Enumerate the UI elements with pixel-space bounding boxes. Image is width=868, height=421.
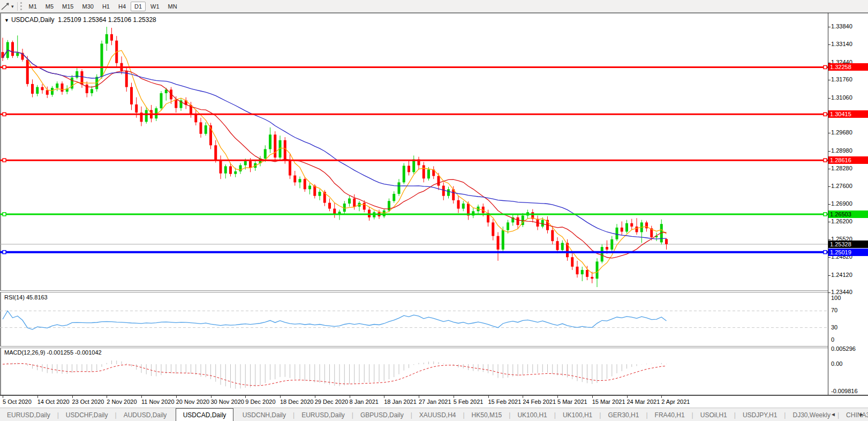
date-tick-label: 5 Mar 2021 [557, 399, 587, 405]
date-tick [211, 396, 212, 398]
timeframe-button-w1[interactable]: W1 [147, 2, 163, 11]
chart-tab-usdcnh-daily[interactable]: USDCNH,Daily [236, 408, 293, 421]
trendline-tool-icon[interactable] [1, 2, 11, 11]
date-tick-label: 14 Oct 2020 [37, 399, 70, 405]
date-tick [315, 396, 315, 398]
price-tick-label: 1.26900 [831, 200, 852, 207]
date-tick [141, 396, 142, 398]
chart-tab-gbpusd-daily[interactable]: GBPUSD,Daily [353, 408, 411, 421]
date-tick [627, 396, 628, 398]
date-tick-label: 18 Jan 2021 [384, 399, 417, 405]
date-tick [454, 396, 454, 398]
date-tick [245, 396, 246, 398]
price-tick [828, 292, 831, 293]
price-tick-label: 1.31760 [831, 76, 852, 82]
chart-tab-usdchf-daily[interactable]: USDCHF,Daily [59, 408, 115, 421]
date-tick [523, 396, 523, 398]
timeframe-button-m1[interactable]: M1 [25, 2, 41, 11]
timeframe-toolbar: ▾ M1M5M15M30H1H4D1W1MN [0, 0, 868, 13]
price-tick-label: 1.29680 [831, 129, 852, 136]
price-tick [828, 151, 831, 152]
timeframe-button-m15[interactable]: M15 [58, 2, 77, 11]
tab-scroll-left-icon[interactable]: ◄ [831, 411, 836, 417]
chart-tab-fra40-h1[interactable]: FRA40,H1 [648, 408, 692, 421]
price-tick [828, 257, 831, 258]
date-tick-label: 5 Feb 2021 [454, 399, 484, 405]
level-price-tag: 1.30415 [828, 110, 868, 118]
tab-scroll-right-icon[interactable]: ► [859, 411, 864, 417]
timeframe-button-d1[interactable]: D1 [131, 2, 146, 11]
date-tick-label: 8 Jan 2021 [350, 399, 379, 405]
date-tick-label: 9 Dec 2020 [245, 399, 275, 405]
date-tick-label: 27 Jan 2021 [419, 399, 451, 405]
date-tick [176, 396, 177, 398]
date-axis[interactable]: 5 Oct 202014 Oct 202023 Oct 20202 Nov 20… [0, 396, 868, 408]
price-tick [828, 186, 831, 187]
date-tick [107, 396, 107, 398]
toolbar-separator [17, 2, 18, 11]
date-tick [72, 396, 73, 398]
date-tick [592, 396, 593, 398]
date-tick [3, 396, 3, 398]
date-tick-label: 18 Dec 2020 [280, 399, 313, 405]
price-tick [828, 275, 831, 276]
rsi-tick-label: 0 [831, 336, 834, 343]
macd-tick-label: 0.005296 [831, 345, 856, 352]
chart-tab-xauusd-h4[interactable]: XAUUSD,H4 [412, 408, 463, 421]
macd-tick-label: -0.009816 [831, 388, 858, 394]
price-tick [828, 44, 831, 45]
timeframe-button-h4[interactable]: H4 [115, 2, 130, 11]
timeframe-button-mn[interactable]: MN [164, 2, 181, 11]
date-tick-label: 24 Feb 2021 [523, 399, 556, 405]
level-price-tag: 1.26503 [828, 210, 868, 218]
current-price-tag: 1.25328 [828, 240, 868, 248]
chart-tab-dj30-weekly[interactable]: DJ30,Weekly [786, 408, 837, 421]
chart-tab-hk50-m15[interactable]: HK50,M15 [465, 408, 509, 421]
chart-tab-uk100-h1[interactable]: UK100,H1 [510, 408, 554, 421]
tool-dropdown-icon[interactable]: ▾ [11, 4, 14, 9]
timeframe-button-m30[interactable]: M30 [79, 2, 97, 11]
chart-tab-usdcad-daily[interactable]: USDCAD,Daily [176, 408, 234, 421]
price-tick-label: 1.28980 [831, 147, 852, 154]
date-tick [661, 396, 662, 398]
chart-tab-ger30-h1[interactable]: GER30,H1 [601, 408, 646, 421]
rsi-tick-label: 30 [831, 324, 837, 330]
price-tick [828, 222, 831, 222]
chart-tab-audusd-daily[interactable]: AUDUSD,Daily [117, 408, 174, 421]
toolbar-drag-grip[interactable] [20, 2, 22, 10]
date-tick [350, 396, 350, 398]
date-tick [384, 396, 384, 398]
price-tick [828, 98, 831, 99]
price-chart-canvas[interactable] [0, 13, 828, 290]
level-price-tag: 1.25019 [828, 249, 868, 256]
chart-tab-uk100-h1[interactable]: UK100,H1 [556, 408, 599, 421]
timeframe-button-h1[interactable]: H1 [99, 2, 114, 11]
date-tick-label: 30 Nov 2020 [211, 399, 244, 405]
date-tick-label: 2 Apr 2021 [661, 399, 690, 405]
chart-tab-usoil-h1[interactable]: USOil,H1 [693, 408, 734, 421]
price-tick [828, 133, 831, 133]
rsi-tick-label: 100 [831, 295, 841, 301]
price-tick-label: 1.33140 [831, 41, 852, 47]
price-tick [828, 80, 831, 80]
chart-bottom-border [0, 395, 868, 396]
date-tick-label: 11 Nov 2020 [141, 399, 175, 405]
chart-tab-eurusd-daily[interactable]: EURUSD,Daily [295, 408, 352, 421]
rsi-chart-canvas[interactable] [0, 292, 828, 346]
price-tick [828, 239, 831, 240]
price-tick-label: 1.24120 [831, 272, 852, 278]
price-tick-label: 1.31060 [831, 94, 852, 101]
price-tick-label: 1.33840 [831, 23, 852, 29]
level-price-tag: 1.28616 [828, 156, 868, 164]
macd-chart-canvas[interactable] [0, 348, 828, 395]
chart-tab-usdjpy-h1[interactable]: USDJPY,H1 [736, 408, 784, 421]
chart-tab-eurusd-daily[interactable]: EURUSD,Daily [0, 408, 57, 421]
timeframe-button-m5[interactable]: M5 [42, 2, 57, 11]
rsi-tick-label: 70 [831, 307, 837, 313]
date-tick [280, 396, 281, 398]
date-tick [488, 396, 489, 398]
price-tick [828, 204, 831, 205]
date-tick-label: 23 Oct 2020 [72, 399, 104, 405]
date-tick-label: 15 Mar 2021 [592, 399, 625, 405]
price-tick [828, 27, 831, 27]
